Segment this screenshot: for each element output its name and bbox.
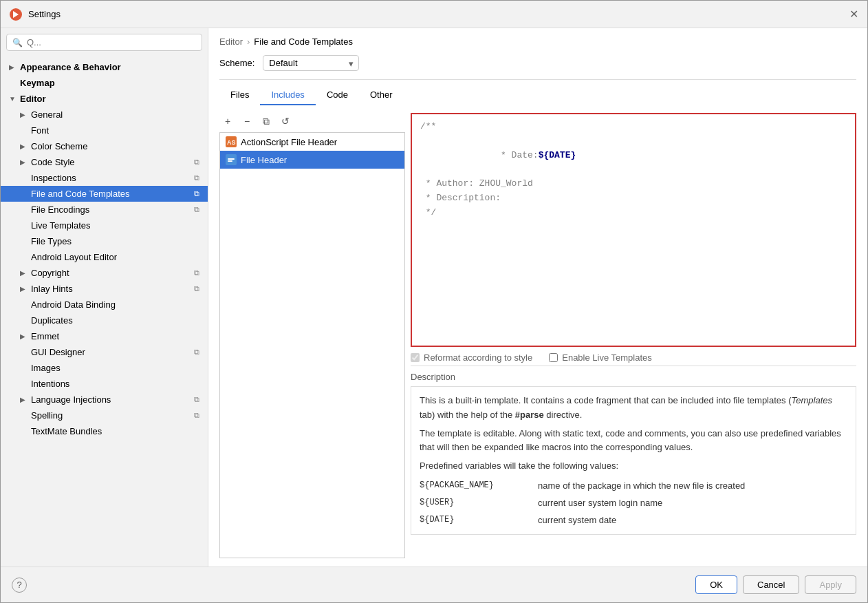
template-item-label: ActionScript File Header — [241, 137, 337, 147]
content-area: Editor › File and Code Templates Scheme:… — [208, 28, 867, 567]
breadcrumb-separator: › — [247, 36, 250, 47]
copy-icon: ⧉ — [194, 158, 199, 167]
copy-icon: ⧉ — [194, 189, 199, 198]
sidebar-item-code-style[interactable]: ▶ Code Style ⧉ — [1, 154, 208, 170]
sidebar-item-emmet[interactable]: ▶ Emmet — [1, 328, 208, 344]
sidebar-item-duplicates[interactable]: Duplicates — [1, 313, 208, 328]
copy-icon: ⧉ — [194, 395, 199, 404]
main-layout: 🔍 ▶ Appearance & Behavior Keymap ▼ Edito… — [1, 28, 867, 567]
sidebar-item-android-data-binding[interactable]: Android Data Binding — [1, 297, 208, 313]
sidebar-item-spelling[interactable]: Spelling ⧉ — [1, 408, 208, 423]
arrow-icon: ▶ — [20, 142, 28, 150]
live-templates-checkbox-label[interactable]: Enable Live Templates — [549, 352, 652, 363]
sidebar-item-color-scheme[interactable]: ▶ Color Scheme — [1, 138, 208, 154]
code-line-5: */ — [420, 206, 847, 220]
apply-button[interactable]: Apply — [805, 575, 856, 594]
sidebar-item-label: Android Data Binding — [31, 299, 199, 310]
desc-paragraph-2: The template is editable. Along with sta… — [420, 427, 847, 456]
help-button[interactable]: ? — [12, 578, 27, 593]
template-list-item-actionscript[interactable]: AS ActionScript File Header — [220, 133, 404, 151]
bottom-bar-right: OK Cancel Apply — [695, 575, 856, 594]
code-editor[interactable]: /** * Date:${DATE} * Author: ZHOU_World … — [411, 113, 856, 347]
arrow-icon: ▶ — [20, 285, 28, 293]
sidebar-item-textmate-bundles[interactable]: TextMate Bundles — [1, 423, 208, 439]
desc-var-row-package: ${PACKAGE_NAME} name of the package in w… — [420, 479, 847, 494]
reformat-checkbox-label[interactable]: Reformat according to style — [411, 352, 532, 363]
scheme-select[interactable]: Default Project — [263, 55, 359, 71]
titlebar: Settings ✕ — [1, 1, 867, 28]
breadcrumb-current: File and Code Templates — [254, 36, 353, 47]
sidebar-item-editor[interactable]: ▼ Editor — [1, 91, 208, 107]
sidebar-item-label: Inlay Hints — [31, 284, 191, 294]
desc-var-row-user: ${USER} current user system login name — [420, 496, 847, 511]
editor-panel: /** * Date:${DATE} * Author: ZHOU_World … — [411, 113, 856, 558]
sidebar-item-label: Editor — [20, 94, 199, 104]
sidebar-item-file-encodings[interactable]: File Encodings ⧉ — [1, 202, 208, 218]
close-button[interactable]: ✕ — [848, 9, 859, 20]
titlebar-left: Settings — [9, 8, 61, 21]
sidebar-item-inspections[interactable]: Inspections ⧉ — [1, 170, 208, 186]
sidebar-item-file-code-templates[interactable]: File and Code Templates ⧉ — [1, 186, 208, 202]
code-line-3: * Author: ZHOU_World — [420, 177, 847, 191]
search-box[interactable]: 🔍 — [6, 34, 202, 51]
tab-code[interactable]: Code — [316, 85, 359, 105]
sidebar-item-font[interactable]: Font — [1, 123, 208, 138]
description-box: This is a built-in template. It contains… — [411, 386, 856, 535]
template-list-item-file-header[interactable]: File Header — [220, 151, 404, 169]
sidebar-item-general[interactable]: ▶ General — [1, 107, 208, 123]
copy-icon: ⧉ — [194, 268, 199, 277]
scheme-label: Scheme: — [219, 58, 254, 68]
ok-button[interactable]: OK — [695, 575, 737, 594]
sidebar-item-label: Android Layout Editor — [31, 252, 199, 262]
sidebar-item-label: TextMate Bundles — [31, 426, 199, 436]
sidebar-item-live-templates[interactable]: Live Templates — [1, 218, 208, 233]
sidebar-item-file-types[interactable]: File Types — [1, 233, 208, 249]
add-template-button[interactable]: + — [219, 113, 236, 129]
svg-text:AS: AS — [227, 139, 236, 146]
reset-template-button[interactable]: ↺ — [277, 113, 294, 129]
code-line-1: /** — [420, 120, 847, 134]
desc-var-row-date: ${DATE} current system date — [420, 514, 847, 528]
sidebar-item-appearance[interactable]: ▶ Appearance & Behavior — [1, 59, 208, 75]
tab-includes[interactable]: Includes — [260, 85, 315, 105]
desc-var-desc-date: current system date — [538, 514, 616, 528]
copy-template-button[interactable]: ⧉ — [258, 113, 274, 129]
remove-template-button[interactable]: − — [239, 113, 255, 129]
svg-rect-5 — [228, 158, 235, 160]
tab-other[interactable]: Other — [359, 85, 404, 105]
reformat-checkbox[interactable] — [411, 353, 420, 362]
sidebar-item-label: Code Style — [31, 157, 191, 167]
sidebar-item-intentions[interactable]: Intentions — [1, 376, 208, 392]
search-input[interactable] — [27, 37, 196, 47]
sidebar-item-label: Inspections — [31, 173, 191, 183]
copy-icon: ⧉ — [194, 284, 199, 293]
arrow-icon: ▶ — [20, 111, 28, 118]
desc-var-desc-user: current user system login name — [538, 496, 662, 511]
copy-icon: ⧉ — [194, 173, 199, 182]
desc-paragraph-3: Predefined variables will take the follo… — [420, 459, 847, 474]
template-toolbar: + − ⧉ ↺ — [219, 113, 405, 129]
cancel-button[interactable]: Cancel — [743, 575, 799, 594]
sidebar-item-label: Intentions — [31, 379, 199, 389]
sidebar-item-label: General — [31, 109, 199, 120]
live-templates-checkbox[interactable] — [549, 353, 558, 362]
arrow-icon: ▶ — [20, 158, 28, 166]
templates-area: + − ⧉ ↺ AS Act — [208, 105, 867, 567]
desc-var-desc-package: name of the package in which the new fil… — [538, 479, 745, 494]
sidebar-item-gui-designer[interactable]: GUI Designer ⧉ — [1, 344, 208, 360]
sidebar-item-android-layout-editor[interactable]: Android Layout Editor — [1, 249, 208, 265]
bottom-bar-left: ? — [12, 578, 27, 593]
desc-paragraph-1: This is a built-in template. It contains… — [420, 394, 847, 423]
desc-variables-list: ${PACKAGE_NAME} name of the package in w… — [420, 479, 847, 527]
sidebar-item-inlay-hints[interactable]: ▶ Inlay Hints ⧉ — [1, 281, 208, 297]
tab-files[interactable]: Files — [219, 85, 260, 105]
sidebar-item-images[interactable]: Images — [1, 360, 208, 376]
sidebar-item-label: Images — [31, 363, 199, 373]
sidebar-item-copyright[interactable]: ▶ Copyright ⧉ — [1, 265, 208, 281]
sidebar-item-label: File Encodings — [31, 204, 191, 215]
scheme-select-wrapper: Default Project — [263, 55, 359, 71]
template-item-label: File Header — [241, 155, 287, 165]
copy-icon: ⧉ — [194, 205, 199, 214]
sidebar-item-language-injections[interactable]: ▶ Language Injections ⧉ — [1, 392, 208, 408]
sidebar-item-keymap[interactable]: Keymap — [1, 75, 208, 91]
